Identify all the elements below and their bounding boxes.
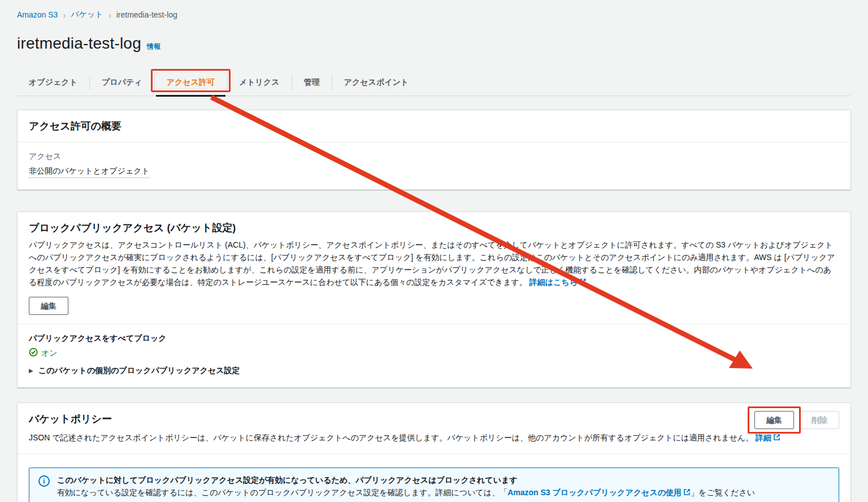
breadcrumb-link-amazon-s3[interactable]: Amazon S3 [17,10,58,19]
tab-metrics[interactable]: メトリクス [227,70,292,96]
tab-access-points[interactable]: アクセスポイント [332,70,421,96]
bucket-policy-delete-button[interactable]: 削除 [800,411,839,429]
info-icon: i [38,475,50,487]
bucket-policy-body: i このバケットに対してブロックパブリックアクセス設定が有効になっているため、パ… [18,454,850,502]
bucket-policy-description: JSON で記述されたアクセスポイントポリシーは、バケットに保存されたオブジェク… [29,431,839,444]
breadcrumb-separator-icon: › [63,10,66,20]
block-public-access-description-text: パブリックアクセスは、アクセスコントロールリスト (ACL)、バケットポリシー、… [29,240,835,287]
status-badge: オン [41,348,58,358]
breadcrumb: Amazon S3 › バケット › iretmedia-test-log [17,0,851,20]
tab-objects[interactable]: オブジェクト [17,70,89,96]
tab-permissions[interactable]: アクセス許可 [155,70,227,96]
access-value[interactable]: 非公開のバケットとオブジェクト [29,166,150,178]
permissions-overview-title: アクセス許可の概要 [29,119,839,133]
tab-properties[interactable]: プロパティ [90,70,154,96]
tab-management[interactable]: 管理 [292,70,332,96]
tab-bar: オブジェクト プロパティ アクセス許可 メトリクス 管理 アクセスポイント [17,70,851,96]
breadcrumb-separator-icon: › [108,10,111,20]
chevron-right-icon: ▶ [29,368,33,374]
info-alert-title: このバケットに対してブロックパブリックアクセス設定が有効になっているため、パブリ… [57,474,755,486]
info-link[interactable]: 情報 [147,42,160,51]
external-link-icon [773,432,780,444]
permissions-overview-body: アクセス 非公開のバケットとオブジェクト [18,142,850,189]
bucket-policy-edit-button[interactable]: 編集 [754,411,794,429]
block-public-access-card: ブロックパブリックアクセス (バケット設定) パブリックアクセスは、アクセスコン… [17,211,851,388]
block-all-label: パブリックアクセスをすべてブロック [29,334,839,344]
status-row: オン [29,348,839,359]
page-header: iretmedia-test-log 情報 [17,34,851,53]
breadcrumb-link-buckets[interactable]: バケット [71,10,103,20]
info-alert: i このバケットに対してブロックパブリックアクセス設定が有効になっているため、パ… [29,468,839,502]
access-label: アクセス [29,152,839,162]
bucket-policy-actions: 編集 削除 [754,411,839,429]
info-alert-content: このバケットに対してブロックパブリックアクセス設定が有効になっているため、パブリ… [57,474,755,499]
breadcrumb-current: iretmedia-test-log [116,10,177,19]
permissions-overview-card: アクセス許可の概要 アクセス 非公開のバケットとオブジェクト [17,110,851,190]
bucket-policy-description-text: JSON で記述されたアクセスポイントポリシーは、バケットに保存されたオブジェク… [29,433,753,442]
individual-settings-expander[interactable]: ▶ このバケットの個別のブロックパブリックアクセス設定 [29,366,839,376]
info-alert-body-suffix: 」をご覧ください [691,488,755,497]
block-public-access-edit-button[interactable]: 編集 [29,297,68,315]
external-link-icon [579,276,587,289]
block-public-access-body: パブリックアクセスをすべてブロック オン ▶ このバケットの個別のブロックパブリ… [18,324,850,387]
individual-settings-label: このバケットの個別のブロックパブリックアクセス設定 [38,366,240,376]
info-alert-body: 有効になっている設定を確認するには、このバケットのブロックパブリックアクセス設定… [57,487,755,499]
bucket-policy-card: バケットポリシー 編集 削除 JSON で記述されたアクセスポイントポリシーは、… [17,403,851,502]
info-alert-body-prefix: 有効になっている設定を確認するには、このバケットのブロックパブリックアクセス設定… [57,488,507,497]
bucket-policy-header: バケットポリシー 編集 削除 JSON で記述されたアクセスポイントポリシーは、… [18,403,850,454]
block-public-access-header: ブロックパブリックアクセス (バケット設定) パブリックアクセスは、アクセスコン… [18,212,850,324]
permissions-overview-header: アクセス許可の概要 [18,110,850,142]
detail-link[interactable]: 詳細 [756,433,771,442]
external-link-icon [683,487,691,499]
block-public-access-usage-link[interactable]: Amazon S3 ブロックパブリックアクセスの使用 [507,488,682,497]
block-public-access-description: パブリックアクセスは、アクセスコントロールリスト (ACL)、バケットポリシー、… [29,239,839,289]
block-public-access-title: ブロックパブリックアクセス (バケット設定) [29,221,839,235]
bucket-policy-title: バケットポリシー [29,412,112,426]
success-check-icon [29,348,38,359]
learn-more-link[interactable]: 詳細はこちら [530,278,578,287]
page-title: iretmedia-test-log [17,34,141,53]
tab-permissions-label: アクセス許可 [167,77,215,88]
